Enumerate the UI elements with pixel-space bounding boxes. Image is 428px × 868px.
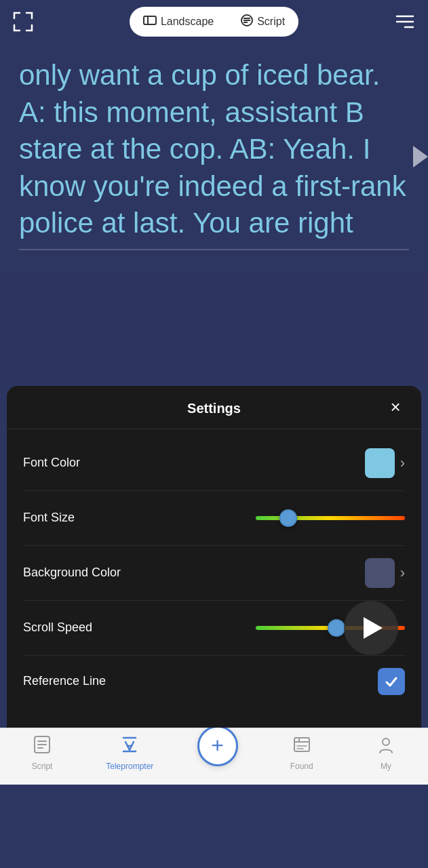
script-wrapper: only want a cup of iced bear. A: this mo… xyxy=(0,43,428,271)
scroll-speed-slider[interactable] xyxy=(256,613,405,643)
script-nav-icon xyxy=(33,735,51,759)
empty-area xyxy=(0,271,428,386)
font-size-label: Font Size xyxy=(23,511,75,525)
found-nav-icon xyxy=(293,735,311,759)
nav-item-my[interactable]: My xyxy=(366,735,406,771)
top-bar: Landscape Script xyxy=(0,0,428,43)
reference-line-checkbox[interactable] xyxy=(378,668,405,695)
my-nav-icon xyxy=(377,735,395,759)
background-color-label: Background Color xyxy=(23,566,121,580)
bottom-nav: Script Teleprompter + Foun xyxy=(0,728,428,785)
nav-item-found[interactable]: Found xyxy=(281,735,322,771)
settings-close-button[interactable]: × xyxy=(383,395,408,419)
nav-label-my: My xyxy=(381,762,391,771)
settings-title: Settings xyxy=(187,401,241,416)
landscape-tab-label: Landscape xyxy=(161,16,214,28)
mode-tabs: Landscape Script xyxy=(130,7,298,37)
font-size-row: Font Size xyxy=(23,491,405,546)
reference-line-row: Reference Line xyxy=(23,656,405,707)
font-size-thumb[interactable] xyxy=(279,509,297,527)
landscape-tab[interactable]: Landscape xyxy=(130,7,227,37)
landscape-icon xyxy=(143,14,157,30)
svg-rect-14 xyxy=(294,738,309,751)
nav-label-script: Script xyxy=(32,762,53,771)
add-button[interactable]: + xyxy=(197,726,238,766)
font-color-chevron[interactable]: › xyxy=(400,454,405,472)
add-plus-icon: + xyxy=(211,734,224,756)
settings-body: Font Color › Font Size Background Color … xyxy=(7,429,421,728)
play-arrow-indicator xyxy=(413,146,428,167)
svg-point-19 xyxy=(383,738,389,745)
nav-label-teleprompter: Teleprompter xyxy=(106,762,153,771)
font-color-swatch[interactable] xyxy=(365,448,395,478)
nav-item-add[interactable]: + xyxy=(197,739,238,766)
script-tab-label: Script xyxy=(257,16,285,28)
script-divider xyxy=(19,249,409,250)
script-tab-icon xyxy=(241,14,253,30)
scroll-speed-thumb[interactable] xyxy=(328,619,345,637)
background-color-chevron[interactable]: › xyxy=(400,564,405,582)
nav-item-script[interactable]: Script xyxy=(22,735,62,771)
background-color-row: Background Color › xyxy=(23,546,405,601)
font-color-control: › xyxy=(365,448,405,478)
scroll-speed-row: Scroll Speed xyxy=(23,601,405,656)
script-tab[interactable]: Script xyxy=(227,7,298,37)
script-text: only want a cup of iced bear. A: this mo… xyxy=(19,57,409,242)
nav-item-teleprompter[interactable]: Teleprompter xyxy=(106,735,153,771)
settings-header: Settings × xyxy=(7,386,421,429)
font-color-label: Font Color xyxy=(23,456,80,470)
settings-panel: Settings × Font Color › Font Size Backgr… xyxy=(7,386,421,728)
font-size-slider[interactable] xyxy=(256,503,405,533)
svg-rect-0 xyxy=(144,16,156,24)
font-color-row: Font Color › xyxy=(23,436,405,491)
background-color-swatch[interactable] xyxy=(365,558,395,588)
scroll-speed-label: Scroll Speed xyxy=(23,620,92,635)
background-color-control: › xyxy=(365,558,405,588)
menu-icon[interactable] xyxy=(393,9,417,34)
font-size-track xyxy=(256,516,405,520)
script-area: only want a cup of iced bear. A: this mo… xyxy=(0,43,428,271)
reference-line-label: Reference Line xyxy=(23,674,106,688)
nav-label-found: Found xyxy=(290,762,313,771)
expand-icon[interactable] xyxy=(11,9,35,34)
teleprompter-nav-icon xyxy=(121,735,138,759)
scroll-speed-track xyxy=(256,626,405,630)
